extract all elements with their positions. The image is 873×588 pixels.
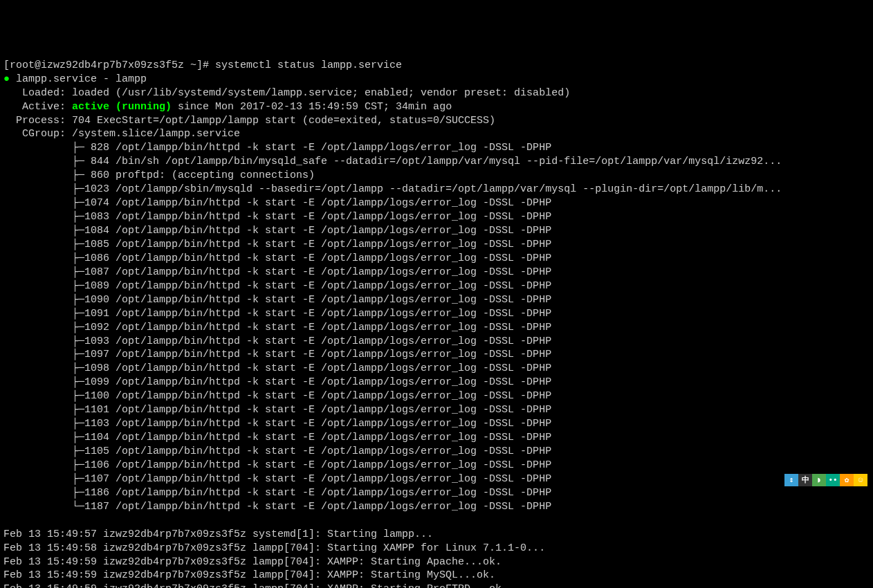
active-status: active (running) — [72, 101, 172, 113]
prompt: [root@izwz92db4rp7b7x09zs3f5z ~]# — [3, 59, 215, 71]
process-row: ├─1104 /opt/lampp/bin/httpd -k start -E … — [3, 432, 551, 443]
ime-toolbar: ⇕ 中 ◗ •• ✿ ☺ — [784, 474, 867, 486]
process-row: ├─1098 /opt/lampp/bin/httpd -k start -E … — [3, 362, 551, 374]
log-line: Feb 13 15:49:59 izwz92db4rp7b7x09zs3f5z … — [3, 583, 508, 588]
process-row: ├─ 860 proftpd: (accepting connections) — [3, 169, 315, 181]
active-label: Active: — [3, 101, 72, 113]
toolbar-lang-icon[interactable]: 中 — [798, 474, 812, 486]
log-line: Feb 13 15:49:58 izwz92db4rp7b7x09zs3f5z … — [3, 542, 545, 554]
process-row: ├─ 828 /opt/lampp/bin/httpd -k start -E … — [3, 142, 551, 154]
process-row: ├─1023 /opt/lampp/sbin/mysqld --basedir=… — [3, 183, 782, 195]
toolbar-punct-icon[interactable]: •• — [826, 474, 840, 486]
process-row: ├─1101 /opt/lampp/bin/httpd -k start -E … — [3, 404, 551, 416]
process-row: ├─1099 /opt/lampp/bin/httpd -k start -E … — [3, 376, 551, 388]
process-row: ├─1084 /opt/lampp/bin/httpd -k start -E … — [3, 225, 551, 237]
process-row: ├─1089 /opt/lampp/bin/httpd -k start -E … — [3, 280, 551, 292]
toolbar-expand-icon[interactable]: ⇕ — [784, 474, 798, 486]
process-row: ├─1105 /opt/lampp/bin/httpd -k start -E … — [3, 445, 551, 457]
loaded-line: Loaded: loaded (/usr/lib/systemd/system/… — [3, 87, 570, 99]
log-line: Feb 13 15:49:57 izwz92db4rp7b7x09zs3f5z … — [3, 529, 433, 540]
process-row: ├─1092 /opt/lampp/bin/httpd -k start -E … — [3, 322, 551, 333]
process-row: ├─1186 /opt/lampp/bin/httpd -k start -E … — [3, 487, 551, 499]
process-row: ├─1090 /opt/lampp/bin/httpd -k start -E … — [3, 294, 551, 306]
toolbar-moon-icon[interactable]: ◗ — [812, 474, 826, 486]
process-row: ├─1106 /opt/lampp/bin/httpd -k start -E … — [3, 459, 551, 471]
process-row: ├─1085 /opt/lampp/bin/httpd -k start -E … — [3, 239, 551, 250]
process-row: ├─1087 /opt/lampp/bin/httpd -k start -E … — [3, 266, 551, 278]
process-row: ├─1091 /opt/lampp/bin/httpd -k start -E … — [3, 308, 551, 320]
process-row: ├─1100 /opt/lampp/bin/httpd -k start -E … — [3, 390, 551, 402]
toolbar-skin-icon[interactable]: ☺ — [854, 474, 867, 486]
command-text: systemctl status lampp.service — [215, 59, 402, 71]
process-row: └─1187 /opt/lampp/bin/httpd -k start -E … — [3, 501, 551, 513]
process-row: ├─1083 /opt/lampp/bin/httpd -k start -E … — [3, 211, 551, 223]
status-bullet-icon: ● — [3, 73, 10, 85]
process-row: ├─1074 /opt/lampp/bin/httpd -k start -E … — [3, 197, 551, 209]
active-rest: since Mon 2017-02-13 15:49:59 CST; 34min… — [172, 101, 452, 113]
process-row: ├─ 844 /bin/sh /opt/lampp/bin/mysqld_saf… — [3, 156, 782, 167]
process-line: Process: 704 ExecStart=/opt/lampp/lampp … — [3, 115, 495, 127]
terminal-output[interactable]: [root@izwz92db4rp7b7x09zs3f5z ~]# system… — [3, 59, 870, 588]
process-row: ├─1086 /opt/lampp/bin/httpd -k start -E … — [3, 252, 551, 264]
process-row: ├─1107 /opt/lampp/bin/httpd -k start -E … — [3, 473, 551, 485]
process-row: ├─1093 /opt/lampp/bin/httpd -k start -E … — [3, 336, 551, 347]
cgroup-line: CGroup: /system.slice/lampp.service — [3, 128, 240, 140]
process-row: ├─1103 /opt/lampp/bin/httpd -k start -E … — [3, 418, 551, 430]
log-line: Feb 13 15:49:59 izwz92db4rp7b7x09zs3f5z … — [3, 569, 495, 581]
toolbar-settings-icon[interactable]: ✿ — [840, 474, 854, 486]
unit-line: lampp.service - lampp — [16, 73, 147, 85]
process-row: ├─1097 /opt/lampp/bin/httpd -k start -E … — [3, 349, 551, 360]
prompt-line: [root@izwz92db4rp7b7x09zs3f5z ~]# system… — [3, 59, 402, 71]
log-line: Feb 13 15:49:59 izwz92db4rp7b7x09zs3f5z … — [3, 556, 502, 568]
